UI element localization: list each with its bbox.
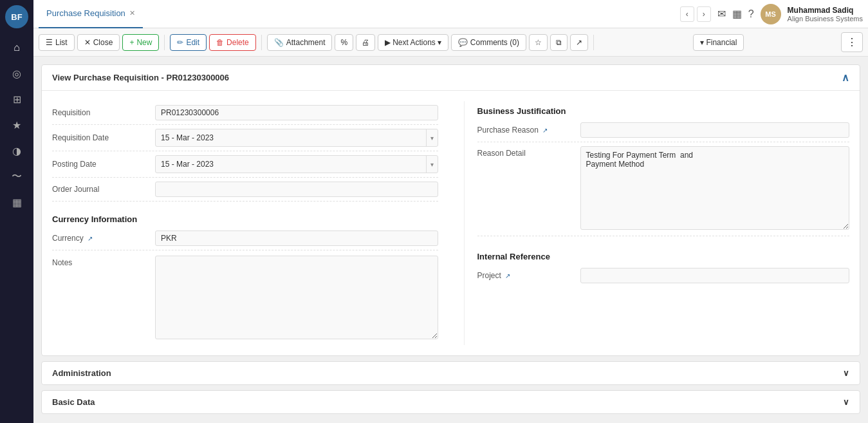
separator-1 [164, 35, 165, 50]
project-row: Project ↗ [477, 264, 850, 287]
user-company: Align Business Systems [788, 15, 863, 23]
more-button[interactable]: ⋮ [841, 32, 863, 52]
financial-label: Financial [706, 38, 737, 47]
edit-icon: ✏ [177, 38, 183, 47]
dashboard-icon[interactable]: ▦ [732, 8, 742, 20]
form-right: Business Justification Purchase Reason ↗ [464, 101, 850, 345]
nav-prev-button[interactable]: ‹ [680, 6, 694, 22]
currency-label: Currency ↗ [52, 234, 155, 243]
nav-arrows: ‹ › [680, 6, 711, 22]
reason-detail-textarea[interactable]: Testing For Payment Term and Payment Met… [580, 146, 850, 230]
star-button[interactable]: ☆ [529, 34, 548, 51]
notes-label: Notes [52, 256, 155, 267]
sidebar-item-reports[interactable]: ◑ [5, 139, 28, 162]
reason-detail-row: Reason Detail Testing For Payment Term a… [477, 142, 850, 236]
close-label: Close [93, 38, 113, 47]
close-icon: ✕ [84, 38, 91, 47]
toolbar-right: ▾ Financial [693, 34, 744, 51]
tab-close-icon[interactable]: ✕ [129, 9, 135, 17]
delete-button[interactable]: 🗑 Delete [209, 34, 256, 51]
notes-textarea[interactable] [155, 256, 438, 339]
attachment-icon: 📎 [274, 38, 284, 47]
basic-data-chevron[interactable]: ∨ [843, 397, 849, 407]
app-logo: BF [5, 5, 28, 28]
form-left: Requisition Requisition Date ▾ [52, 101, 438, 345]
edit-button[interactable]: ✏ Edit [170, 34, 207, 51]
purchase-reason-ext-link-icon[interactable]: ↗ [542, 127, 548, 134]
form-grid: Requisition Requisition Date ▾ [52, 101, 849, 345]
posting-date-row: Posting Date ▾ [52, 151, 438, 178]
toolbar: ☰ List ✕ Close + New ✏ Edit 🗑 Delete 📎 A… [33, 28, 868, 57]
mail-icon[interactable]: ✉ [717, 8, 726, 20]
copy-icon: ⧉ [556, 38, 562, 47]
help-icon[interactable]: ? [748, 8, 754, 20]
requisition-label: Requisition [52, 108, 155, 117]
attachment-label: Attachment [286, 38, 326, 47]
financial-button[interactable]: ▾ Financial [693, 34, 744, 51]
requisition-date-input[interactable] [156, 131, 426, 145]
requisition-input[interactable] [155, 105, 438, 120]
star-icon: ☆ [535, 38, 542, 47]
share-button[interactable]: ↗ [570, 34, 588, 51]
percent-button[interactable]: % [335, 34, 353, 51]
next-icon: ▶ [385, 38, 391, 47]
separator-3 [593, 35, 594, 50]
comments-button[interactable]: 💬 Comments (0) [451, 34, 526, 51]
next-actions-button[interactable]: ▶ Next Actions ▾ [378, 34, 448, 51]
basic-data-header[interactable]: Basic Data ∨ [42, 391, 860, 413]
administration-header[interactable]: Administration ∨ [42, 362, 860, 384]
copy-button[interactable]: ⧉ [550, 34, 568, 51]
new-button[interactable]: + New [122, 34, 159, 51]
delete-label: Delete [226, 38, 249, 47]
main-card: View Purchase Requisition - PR0123030000… [41, 64, 860, 356]
basic-data-title: Basic Data [52, 397, 95, 407]
currency-ext-link-icon[interactable]: ↗ [88, 235, 93, 242]
sidebar: BF ⌂ ◎ ⊞ ★ ◑ 〜 ▦ [0, 0, 33, 423]
administration-card: Administration ∨ [41, 361, 860, 385]
notes-value [155, 256, 438, 341]
internal-reference-title: Internal Reference [477, 247, 850, 264]
administration-title: Administration [52, 368, 111, 378]
order-journal-input[interactable] [155, 182, 438, 197]
collapse-icon[interactable]: ∧ [842, 71, 849, 84]
print-button[interactable]: 🖨 [356, 34, 375, 51]
attachment-button[interactable]: 📎 Attachment [267, 34, 333, 51]
requisition-date-label: Requisition Date [52, 133, 155, 142]
sidebar-item-apps[interactable]: ⊞ [5, 88, 28, 111]
sidebar-item-data[interactable]: ▦ [5, 191, 28, 214]
user-info: Muhammad Sadiq Align Business Systems [788, 6, 863, 23]
sidebar-item-search[interactable]: ◎ [5, 62, 28, 85]
list-button[interactable]: ☰ List [39, 34, 75, 51]
new-label: New [136, 38, 152, 47]
project-input[interactable] [580, 268, 850, 283]
topbar: Purchase Requisition ✕ ‹ › ✉ ▦ ? MS Muha… [33, 0, 868, 28]
administration-chevron[interactable]: ∨ [843, 368, 849, 378]
tab-purchase-requisition[interactable]: Purchase Requisition ✕ [39, 0, 143, 28]
requisition-value [155, 105, 438, 120]
business-justification-title: Business Justification [477, 101, 850, 118]
posting-date-label: Posting Date [52, 160, 155, 169]
sidebar-item-activity[interactable]: 〜 [5, 165, 28, 188]
project-ext-link-icon[interactable]: ↗ [505, 272, 510, 279]
nav-next-button[interactable]: › [697, 6, 711, 22]
close-button[interactable]: ✕ Close [77, 34, 120, 51]
currency-input[interactable] [155, 230, 438, 246]
sidebar-item-favorites[interactable]: ★ [5, 113, 28, 136]
percent-icon: % [340, 38, 347, 47]
posting-date-arrow[interactable]: ▾ [426, 156, 438, 173]
financial-chevron: ▾ [700, 38, 704, 47]
order-journal-value [155, 182, 438, 197]
purchase-reason-value [580, 122, 850, 138]
posting-date-value: ▾ [155, 155, 438, 173]
share-icon: ↗ [576, 38, 582, 47]
sidebar-item-home[interactable]: ⌂ [5, 36, 28, 59]
order-journal-row: Order Journal [52, 178, 438, 202]
requisition-date-arrow[interactable]: ▾ [426, 129, 438, 146]
posting-date-input[interactable] [156, 157, 426, 171]
currency-section-title: Currency Information [52, 209, 438, 227]
requisition-date-value: ▾ [155, 129, 438, 147]
list-icon: ☰ [46, 38, 53, 47]
project-value [580, 268, 850, 283]
card-title: View Purchase Requisition - PR0123030000… [52, 73, 229, 82]
purchase-reason-input[interactable] [580, 122, 850, 138]
